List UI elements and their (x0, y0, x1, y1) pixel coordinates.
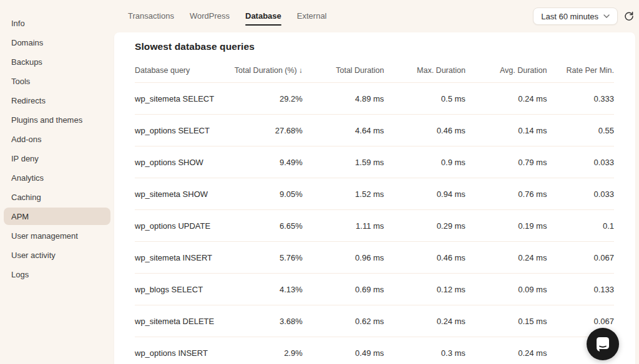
sidebar-item-domains[interactable]: Domains (4, 34, 110, 51)
metric-cell: 0.62 ms (303, 305, 384, 337)
column-header-label: Database query (135, 66, 190, 75)
column-header-label: Max. Duration (417, 66, 466, 75)
table-row[interactable]: wp_sitemeta INSERT5.76%0.96 ms0.46 ms0.2… (135, 242, 614, 274)
page-title: Slowest database queries (135, 41, 614, 52)
refresh-button[interactable] (623, 10, 635, 22)
metric-cell: 1.11 ms (303, 210, 384, 242)
column-header-max-duration[interactable]: Max. Duration (384, 54, 466, 83)
sidebar-item-label: Info (11, 19, 25, 28)
table-row[interactable]: wp_options SELECT27.68%4.64 ms0.46 ms0.1… (135, 115, 614, 146)
sidebar-item-apm[interactable]: APM (4, 208, 110, 225)
sidebar-item-label: Domains (11, 38, 43, 47)
metric-cell: 0.69 ms (303, 274, 384, 305)
metric-cell: 0.29 ms (384, 210, 466, 242)
metric-cell: 0.24 ms (466, 242, 547, 274)
sidebar-item-add-ons[interactable]: Add-ons (4, 130, 110, 148)
metric-cell: 3.68% (231, 305, 303, 337)
sidebar-item-redirects[interactable]: Redirects (4, 92, 110, 109)
metric-cell: 0.033 (547, 146, 614, 178)
tab-external[interactable]: External (297, 6, 327, 27)
metric-cell: 0.24 ms (384, 305, 466, 337)
metric-cell: 0.9 ms (384, 146, 466, 178)
queries-table: Database queryTotal Duration (%)↓Total D… (135, 54, 614, 364)
sidebar-item-label: Backups (11, 57, 42, 67)
column-header-database-query[interactable]: Database query (135, 54, 231, 83)
metric-cell: 0.49 ms (303, 337, 384, 364)
sidebar-item-analytics[interactable]: Analytics (4, 169, 110, 186)
table-row[interactable]: wp_sitemeta DELETE3.68%0.62 ms0.24 ms0.1… (135, 305, 614, 337)
refresh-icon (624, 11, 634, 21)
sidebar-item-label: Caching (11, 193, 41, 202)
main-area: TransactionsWordPressDatabaseExternal La… (114, 0, 639, 364)
table-header: Database queryTotal Duration (%)↓Total D… (135, 54, 614, 83)
metric-cell: 1.59 ms (303, 146, 384, 178)
metric-cell: 9.49% (231, 146, 303, 178)
metric-cell: 0.5 ms (384, 83, 466, 115)
sidebar-item-user-management[interactable]: User management (4, 227, 110, 244)
query-name-cell: wp_sitemeta INSERT (135, 242, 231, 274)
metric-cell: 0.033 (547, 178, 614, 210)
time-range-dropdown[interactable]: Last 60 minutes (533, 7, 618, 25)
column-header-label: Total Duration (%) (235, 66, 297, 75)
sidebar-item-label: Logs (11, 270, 29, 279)
sidebar: InfoDomainsBackupsToolsRedirectsPlugins … (0, 0, 114, 364)
metric-cell: 0.15 ms (466, 305, 547, 337)
content-card: Slowest database queries Database queryT… (114, 32, 635, 364)
table-row[interactable]: wp_sitemeta SELECT29.2%4.89 ms0.5 ms0.24… (135, 83, 614, 115)
metric-cell: 0.24 ms (466, 337, 547, 364)
tab-database[interactable]: Database (245, 6, 281, 27)
table-row[interactable]: wp_options SHOW9.49%1.59 ms0.9 ms0.79 ms… (135, 146, 614, 178)
sidebar-item-logs[interactable]: Logs (4, 266, 110, 283)
sort-desc-icon: ↓ (299, 66, 303, 75)
sidebar-item-tools[interactable]: Tools (4, 72, 110, 90)
metric-cell: 0.333 (547, 83, 614, 115)
sidebar-item-backups[interactable]: Backups (4, 53, 110, 70)
metric-cell: 0.24 ms (466, 83, 547, 115)
column-header-avg-duration[interactable]: Avg. Duration (466, 54, 547, 83)
query-name-cell: wp_options SELECT (135, 115, 231, 146)
sidebar-item-label: Plugins and themes (11, 115, 82, 125)
sidebar-item-label: Add-ons (11, 135, 41, 144)
chat-launcher-button[interactable] (587, 328, 619, 360)
column-header-rate-per-min[interactable]: Rate Per Min. (547, 54, 614, 83)
sidebar-item-info[interactable]: Info (4, 14, 110, 32)
metric-cell: 4.64 ms (303, 115, 384, 146)
table-row[interactable]: wp_options INSERT2.9%0.49 ms0.3 ms0.24 m… (135, 337, 614, 364)
sidebar-item-caching[interactable]: Caching (4, 188, 110, 206)
tab-wordpress[interactable]: WordPress (190, 6, 230, 27)
column-header-label: Rate Per Min. (567, 66, 614, 75)
table-row[interactable]: wp_sitemeta SHOW9.05%1.52 ms0.94 ms0.76 … (135, 178, 614, 210)
query-name-cell: wp_options INSERT (135, 337, 231, 364)
metric-cell: 0.94 ms (384, 178, 466, 210)
metric-cell: 0.133 (547, 274, 614, 305)
sidebar-item-label: Tools (11, 77, 30, 86)
metric-cell: 0.55 (547, 115, 614, 146)
intercom-chat-icon (595, 336, 611, 352)
table-row[interactable]: wp_options UPDATE6.65%1.11 ms0.29 ms0.19… (135, 210, 614, 242)
metric-cell: 0.46 ms (384, 115, 466, 146)
query-name-cell: wp_sitemeta DELETE (135, 305, 231, 337)
query-name-cell: wp_options SHOW (135, 146, 231, 178)
metric-cell: 0.09 ms (466, 274, 547, 305)
metric-cell: 0.3 ms (384, 337, 466, 364)
metric-cell: 0.12 ms (384, 274, 466, 305)
tab-transactions[interactable]: Transactions (128, 6, 174, 27)
metric-cell: 5.76% (231, 242, 303, 274)
sidebar-item-ip-deny[interactable]: IP deny (4, 150, 110, 167)
sidebar-item-label: User activity (11, 251, 56, 260)
column-header-total-duration[interactable]: Total Duration (%)↓ (231, 54, 303, 83)
sidebar-nav: InfoDomainsBackupsToolsRedirectsPlugins … (4, 14, 110, 283)
metric-cell: 0.79 ms (466, 146, 547, 178)
sidebar-item-label: Analytics (11, 173, 44, 183)
column-header-total-duration[interactable]: Total Duration (303, 54, 384, 83)
table-row[interactable]: wp_blogs SELECT4.13%0.69 ms0.12 ms0.09 m… (135, 274, 614, 305)
sidebar-item-label: IP deny (11, 154, 39, 163)
table-header-row: Database queryTotal Duration (%)↓Total D… (135, 54, 614, 83)
metric-cell: 2.9% (231, 337, 303, 364)
query-name-cell: wp_sitemeta SHOW (135, 178, 231, 210)
sidebar-item-user-activity[interactable]: User activity (4, 246, 110, 264)
metric-cell: 4.13% (231, 274, 303, 305)
sidebar-item-plugins-and-themes[interactable]: Plugins and themes (4, 111, 110, 128)
metric-cell: 0.14 ms (466, 115, 547, 146)
metric-cell: 27.68% (231, 115, 303, 146)
